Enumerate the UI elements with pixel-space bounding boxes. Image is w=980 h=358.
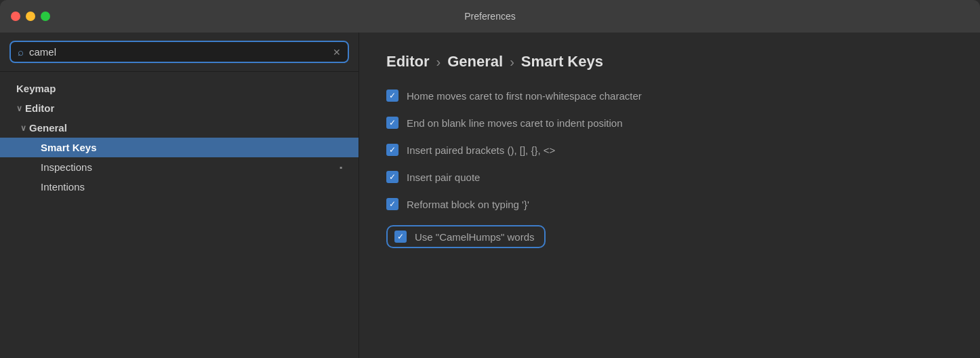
- checkbox-3[interactable]: ✓: [386, 144, 399, 156]
- breadcrumb-sep-2: ›: [510, 54, 514, 70]
- breadcrumb-part-editor: Editor: [386, 53, 430, 71]
- option-row-3: ✓ Insert paired brackets (), [], {}, <>: [386, 144, 953, 156]
- clear-search-button[interactable]: ✕: [333, 47, 341, 58]
- window-title: Preferences: [464, 11, 515, 22]
- search-icon: ⌕: [18, 46, 24, 58]
- sidebar-item-keymap[interactable]: Keymap: [0, 79, 359, 98]
- main-layout: ⌕ ✕ Keymap ∨ Editor ∨ Gene: [0, 33, 980, 358]
- checkbox-4[interactable]: ✓: [386, 171, 399, 183]
- search-wrapper: ⌕ ✕: [0, 33, 359, 72]
- option-row-2: ✓ End on blank line moves caret to inden…: [386, 117, 953, 129]
- chevron-general-icon: ∨: [20, 123, 26, 133]
- sidebar-item-editor[interactable]: ∨ Editor: [0, 98, 359, 118]
- sidebar-item-general[interactable]: ∨ General: [0, 118, 359, 138]
- breadcrumb-sep-1: ›: [436, 54, 441, 70]
- sidebar-item-inspections[interactable]: Inspections ▪: [0, 157, 359, 177]
- chevron-editor-icon: ∨: [16, 104, 22, 113]
- title-bar: Preferences: [0, 0, 980, 33]
- option-row-6[interactable]: ✓ Use "CamelHumps" words: [386, 225, 546, 248]
- sidebar-item-smart-keys-label: Smart Keys: [41, 142, 97, 153]
- option-label-6: Use "CamelHumps" words: [415, 231, 535, 243]
- search-box: ⌕ ✕: [9, 41, 349, 63]
- checkbox-5[interactable]: ✓: [386, 198, 399, 210]
- option-label-2: End on blank line moves caret to indent …: [407, 117, 623, 129]
- checkbox-1[interactable]: ✓: [386, 90, 399, 102]
- breadcrumb: Editor › General › Smart Keys: [386, 53, 953, 71]
- sidebar-item-keymap-label: Keymap: [16, 83, 56, 94]
- checkbox-2[interactable]: ✓: [386, 117, 399, 129]
- sidebar-tree: Keymap ∨ Editor ∨ General Smart Keys: [0, 72, 359, 358]
- content-area: Editor › General › Smart Keys ✓ Home mov…: [359, 33, 980, 358]
- close-button[interactable]: [11, 12, 20, 21]
- sidebar-item-smart-keys[interactable]: Smart Keys: [0, 138, 359, 157]
- sidebar: ⌕ ✕ Keymap ∨ Editor ∨ Gene: [0, 33, 359, 358]
- option-label-4: Insert pair quote: [407, 172, 480, 183]
- sidebar-item-intentions[interactable]: Intentions: [0, 177, 359, 197]
- option-row-5: ✓ Reformat block on typing '}': [386, 198, 953, 210]
- minimize-button[interactable]: [26, 12, 35, 21]
- search-input[interactable]: [29, 46, 327, 58]
- option-label-5: Reformat block on typing '}': [407, 199, 529, 210]
- breadcrumb-part-general: General: [447, 53, 503, 71]
- sidebar-item-inspections-label: Inspections: [41, 161, 92, 173]
- sidebar-item-general-label: General: [29, 122, 67, 134]
- breadcrumb-part-smart-keys: Smart Keys: [521, 53, 603, 71]
- option-label-1: Home moves caret to first non-whitespace…: [407, 90, 642, 102]
- option-row-1: ✓ Home moves caret to first non-whitespa…: [386, 90, 953, 102]
- maximize-button[interactable]: [41, 12, 50, 21]
- option-label-3: Insert paired brackets (), [], {}, <>: [407, 144, 555, 156]
- sidebar-item-editor-label: Editor: [25, 102, 54, 114]
- preferences-window: Preferences ⌕ ✕ Keymap ∨: [0, 0, 980, 358]
- traffic-lights: [11, 12, 50, 21]
- option-row-4: ✓ Insert pair quote: [386, 171, 953, 183]
- checkbox-6[interactable]: ✓: [394, 231, 407, 243]
- option-row-6-wrapper: ✓ Use "CamelHumps" words: [386, 225, 953, 248]
- sidebar-item-intentions-label: Intentions: [41, 181, 85, 193]
- inspections-icon: ▪: [340, 163, 342, 172]
